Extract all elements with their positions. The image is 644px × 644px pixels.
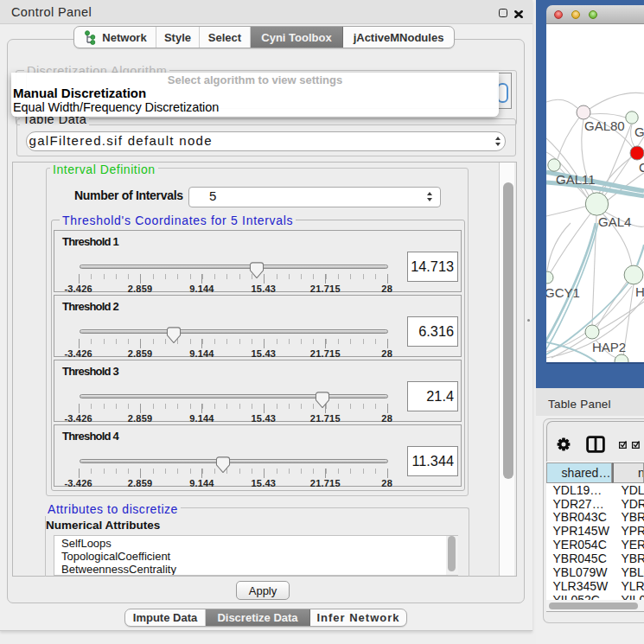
svg-text:GCY1: GCY1 [546, 285, 580, 300]
svg-text:H: H [635, 284, 644, 299]
svg-text:C: C [639, 160, 644, 175]
svg-text:GAL80: GAL80 [584, 118, 625, 133]
svg-text:G.: G. [634, 124, 644, 139]
svg-text:GAL11: GAL11 [556, 172, 596, 187]
svg-text:GAL4: GAL4 [598, 214, 631, 229]
svg-text:HAP2: HAP2 [592, 340, 626, 354]
